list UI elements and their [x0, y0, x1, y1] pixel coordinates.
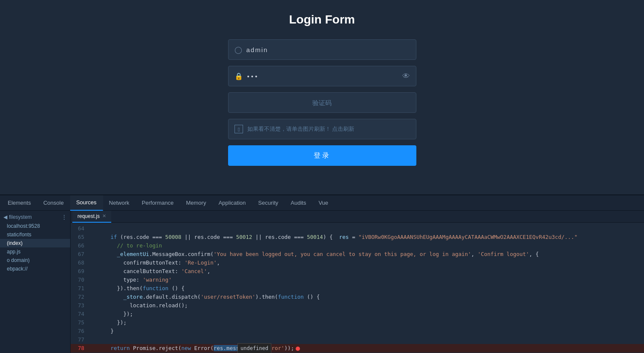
- captcha-image-row[interactable]: ▯ 如果看不清楚，请单击图片刷新！ 点击刷新: [228, 119, 416, 139]
- page-title: Login Form: [289, 13, 355, 26]
- username-input[interactable]: [246, 46, 410, 53]
- code-line-78: 78 return Promise.reject(new Error(res.m…: [71, 344, 644, 353]
- password-input[interactable]: [247, 73, 402, 80]
- code-line: 67 _elementUi.MessageBox.confirm('You ha…: [71, 250, 644, 259]
- code-tab-bar: request.js ✕: [71, 211, 644, 223]
- code-line: 65 if (res.code === 50008 || res.code ==…: [71, 233, 644, 241]
- code-line: 64: [71, 224, 644, 233]
- tab-security[interactable]: Security: [252, 195, 285, 211]
- sidebar-item-fonts[interactable]: static/fonts: [0, 230, 70, 239]
- tab-sources[interactable]: Sources: [70, 195, 103, 211]
- more-icon[interactable]: ⋮: [62, 214, 67, 220]
- devtools-body: ◀ filesystem ⋮ localhost:9528 static/fon…: [0, 211, 644, 353]
- tab-elements[interactable]: Elements: [2, 195, 37, 211]
- tab-performance[interactable]: Performance: [136, 195, 180, 211]
- sidebar-item-webpack[interactable]: ebpack://: [0, 265, 70, 273]
- code-tab-request[interactable]: request.js ✕: [72, 211, 111, 223]
- close-tab-icon[interactable]: ✕: [102, 213, 106, 219]
- login-button[interactable]: 登录: [228, 145, 416, 166]
- sidebar-header: ◀ filesystem ⋮: [0, 212, 70, 222]
- tab-console[interactable]: Console: [37, 195, 70, 211]
- sidebar-item-index[interactable]: (index): [0, 239, 70, 247]
- code-content: 64 65 if (res.code === 50008 || res.code…: [71, 223, 644, 353]
- devtools-panel: Elements Console Sources Network Perform…: [0, 194, 644, 353]
- code-tab-label: request.js: [77, 213, 100, 219]
- code-line: 72 _store.default.dispatch('user/resetTo…: [71, 293, 644, 301]
- code-line: 75 });: [71, 318, 644, 327]
- tab-vue[interactable]: Vue: [312, 195, 335, 211]
- code-line: 77: [71, 335, 644, 344]
- code-line: 70 type: 'warning': [71, 276, 644, 284]
- tab-memory[interactable]: Memory: [180, 195, 213, 211]
- toggle-password-icon[interactable]: 👁︎: [402, 72, 410, 81]
- captcha-input[interactable]: [234, 99, 410, 106]
- code-line: 74 });: [71, 310, 644, 318]
- captcha-broken-image: ▯: [234, 125, 243, 133]
- chevron-icon: ◀: [3, 214, 7, 220]
- code-line: 66 // to re-login: [71, 241, 644, 250]
- tab-application[interactable]: Application: [213, 195, 252, 211]
- devtools-tab-bar: Elements Console Sources Network Perform…: [0, 195, 644, 211]
- password-input-wrapper: 🔒 👁︎: [228, 66, 416, 86]
- sidebar-item-localhost[interactable]: localhost:9528: [0, 222, 70, 230]
- captcha-hint-text: 如果看不清楚，请单击图片刷新！ 点击刷新: [247, 125, 355, 133]
- login-area: Login Form ◯ 🔒 👁︎ ▯ 如果看不清楚，请单击图片刷新！ 点击刷新…: [0, 0, 644, 194]
- code-line: 71 }).then(function () {: [71, 284, 644, 293]
- filesystem-label[interactable]: filesystem: [9, 214, 32, 220]
- tab-network[interactable]: Network: [103, 195, 136, 211]
- devtools-code-panel: request.js ✕ 64 65 if (res.code === 5000…: [71, 211, 644, 353]
- login-form: ◯ 🔒 👁︎ ▯ 如果看不清楚，请单击图片刷新！ 点击刷新 登录: [228, 39, 416, 166]
- code-line: 68 confirmButtonText: 'Re-Login',: [71, 259, 644, 267]
- username-input-wrapper: ◯: [228, 39, 416, 60]
- code-line: 73 location.reload();: [71, 301, 644, 310]
- sidebar-item-domain[interactable]: o domain): [0, 256, 70, 265]
- sidebar-item-appjs[interactable]: app.js: [0, 247, 70, 256]
- lock-icon: 🔒: [234, 72, 243, 80]
- code-line: 76 }: [71, 327, 644, 335]
- code-line: 69 cancelButtonText: 'Cancel',: [71, 267, 644, 276]
- captcha-input-wrapper: [228, 92, 416, 113]
- devtools-sidebar: ◀ filesystem ⋮ localhost:9528 static/fon…: [0, 211, 71, 353]
- user-icon: ◯: [234, 46, 242, 54]
- tab-audits[interactable]: Audits: [285, 195, 312, 211]
